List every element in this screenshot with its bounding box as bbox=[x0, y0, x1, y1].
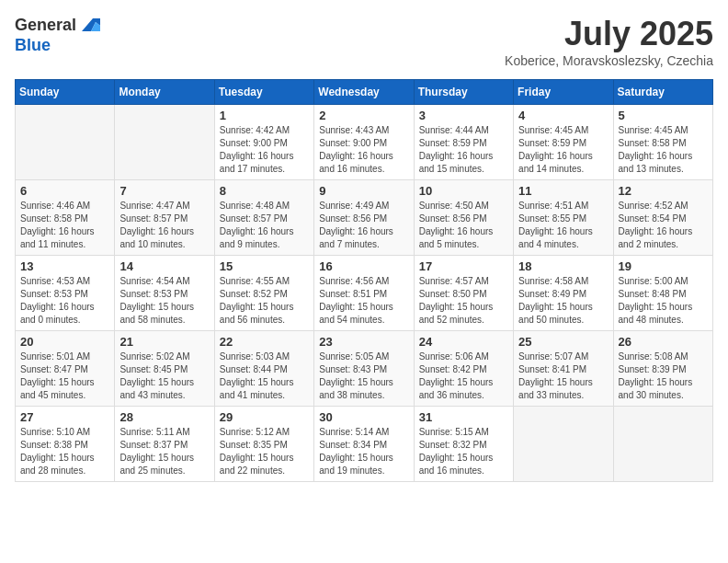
day-info: Sunrise: 4:56 AM Sunset: 8:51 PM Dayligh… bbox=[319, 275, 408, 327]
calendar-cell: 10Sunrise: 4:50 AM Sunset: 8:56 PM Dayli… bbox=[414, 180, 513, 256]
day-number: 9 bbox=[319, 184, 408, 198]
weekday-header-monday: Monday bbox=[115, 80, 214, 105]
day-info: Sunrise: 4:54 AM Sunset: 8:53 PM Dayligh… bbox=[119, 275, 209, 327]
day-info: Sunrise: 4:45 AM Sunset: 8:58 PM Dayligh… bbox=[619, 124, 708, 176]
calendar-cell: 16Sunrise: 4:56 AM Sunset: 8:51 PM Dayli… bbox=[314, 256, 414, 331]
calendar-cell bbox=[514, 407, 613, 482]
calendar-cell bbox=[613, 407, 712, 482]
day-number: 2 bbox=[319, 109, 408, 122]
calendar-cell bbox=[115, 105, 214, 180]
day-number: 8 bbox=[220, 184, 309, 198]
day-number: 16 bbox=[319, 259, 408, 273]
week-row-5: 27Sunrise: 5:10 AM Sunset: 8:38 PM Dayli… bbox=[16, 407, 713, 482]
day-number: 28 bbox=[119, 410, 209, 424]
day-info: Sunrise: 4:48 AM Sunset: 8:57 PM Dayligh… bbox=[220, 200, 309, 251]
calendar-cell: 29Sunrise: 5:12 AM Sunset: 8:35 PM Dayli… bbox=[214, 407, 313, 482]
day-number: 10 bbox=[419, 184, 508, 198]
day-info: Sunrise: 4:51 AM Sunset: 8:55 PM Dayligh… bbox=[518, 200, 608, 251]
day-number: 5 bbox=[619, 109, 708, 122]
logo-general-text: General bbox=[15, 17, 76, 35]
logo: General Blue bbox=[15, 15, 100, 55]
day-info: Sunrise: 4:47 AM Sunset: 8:57 PM Dayligh… bbox=[119, 200, 209, 251]
day-info: Sunrise: 5:14 AM Sunset: 8:34 PM Dayligh… bbox=[319, 426, 408, 477]
day-info: Sunrise: 5:03 AM Sunset: 8:44 PM Dayligh… bbox=[220, 350, 309, 402]
day-info: Sunrise: 5:06 AM Sunset: 8:42 PM Dayligh… bbox=[419, 350, 508, 402]
calendar-cell: 24Sunrise: 5:06 AM Sunset: 8:42 PM Dayli… bbox=[414, 331, 513, 407]
calendar-cell: 17Sunrise: 4:57 AM Sunset: 8:50 PM Dayli… bbox=[414, 256, 513, 331]
week-row-1: 1Sunrise: 4:42 AM Sunset: 9:00 PM Daylig… bbox=[16, 105, 713, 180]
day-number: 27 bbox=[20, 410, 109, 424]
day-info: Sunrise: 5:08 AM Sunset: 8:39 PM Dayligh… bbox=[619, 350, 708, 402]
day-number: 25 bbox=[518, 335, 608, 349]
month-year-title: July 2025 bbox=[505, 15, 713, 53]
weekday-header-wednesday: Wednesday bbox=[314, 80, 414, 105]
day-info: Sunrise: 5:05 AM Sunset: 8:43 PM Dayligh… bbox=[319, 350, 408, 402]
day-info: Sunrise: 4:58 AM Sunset: 8:49 PM Dayligh… bbox=[518, 275, 608, 327]
day-info: Sunrise: 4:44 AM Sunset: 8:59 PM Dayligh… bbox=[419, 124, 508, 176]
day-info: Sunrise: 4:55 AM Sunset: 8:52 PM Dayligh… bbox=[220, 275, 309, 327]
week-row-2: 6Sunrise: 4:46 AM Sunset: 8:58 PM Daylig… bbox=[16, 180, 713, 256]
calendar-cell: 12Sunrise: 4:52 AM Sunset: 8:54 PM Dayli… bbox=[613, 180, 712, 256]
day-number: 1 bbox=[220, 109, 309, 122]
day-number: 19 bbox=[619, 259, 708, 273]
logo-blue-text: Blue bbox=[15, 37, 100, 55]
day-info: Sunrise: 4:42 AM Sunset: 9:00 PM Dayligh… bbox=[220, 124, 309, 176]
day-info: Sunrise: 4:43 AM Sunset: 9:00 PM Dayligh… bbox=[319, 124, 408, 176]
calendar-cell: 15Sunrise: 4:55 AM Sunset: 8:52 PM Dayli… bbox=[214, 256, 313, 331]
location-subtitle: Koberice, Moravskoslezsky, Czechia bbox=[505, 53, 713, 68]
title-block: July 2025 Koberice, Moravskoslezsky, Cze… bbox=[505, 15, 713, 68]
day-number: 23 bbox=[319, 335, 408, 349]
day-number: 20 bbox=[20, 335, 109, 349]
weekday-header-row: SundayMondayTuesdayWednesdayThursdayFrid… bbox=[16, 80, 713, 105]
day-number: 29 bbox=[220, 410, 309, 424]
day-number: 12 bbox=[619, 184, 708, 198]
calendar-cell: 26Sunrise: 5:08 AM Sunset: 8:39 PM Dayli… bbox=[613, 331, 712, 407]
day-number: 30 bbox=[319, 410, 408, 424]
day-number: 15 bbox=[220, 259, 309, 273]
day-number: 26 bbox=[619, 335, 708, 349]
day-info: Sunrise: 4:53 AM Sunset: 8:53 PM Dayligh… bbox=[20, 275, 109, 327]
day-number: 7 bbox=[119, 184, 209, 198]
week-row-3: 13Sunrise: 4:53 AM Sunset: 8:53 PM Dayli… bbox=[16, 256, 713, 331]
day-number: 13 bbox=[20, 259, 109, 273]
calendar-cell: 20Sunrise: 5:01 AM Sunset: 8:47 PM Dayli… bbox=[16, 331, 115, 407]
day-info: Sunrise: 5:12 AM Sunset: 8:35 PM Dayligh… bbox=[220, 426, 309, 477]
calendar-cell: 21Sunrise: 5:02 AM Sunset: 8:45 PM Dayli… bbox=[115, 331, 214, 407]
calendar-cell: 18Sunrise: 4:58 AM Sunset: 8:49 PM Dayli… bbox=[514, 256, 613, 331]
day-number: 31 bbox=[419, 410, 508, 424]
calendar-cell: 23Sunrise: 5:05 AM Sunset: 8:43 PM Dayli… bbox=[314, 331, 414, 407]
calendar-cell: 3Sunrise: 4:44 AM Sunset: 8:59 PM Daylig… bbox=[414, 105, 513, 180]
day-info: Sunrise: 5:01 AM Sunset: 8:47 PM Dayligh… bbox=[20, 350, 109, 402]
day-info: Sunrise: 4:52 AM Sunset: 8:54 PM Dayligh… bbox=[619, 200, 708, 251]
weekday-header-thursday: Thursday bbox=[414, 80, 513, 105]
calendar-cell: 8Sunrise: 4:48 AM Sunset: 8:57 PM Daylig… bbox=[214, 180, 313, 256]
day-number: 4 bbox=[518, 109, 608, 122]
week-row-4: 20Sunrise: 5:01 AM Sunset: 8:47 PM Dayli… bbox=[16, 331, 713, 407]
page-header: General Blue July 2025 Koberice, Moravsk… bbox=[15, 15, 713, 68]
day-number: 14 bbox=[119, 259, 209, 273]
calendar-cell: 2Sunrise: 4:43 AM Sunset: 9:00 PM Daylig… bbox=[314, 105, 414, 180]
day-info: Sunrise: 4:45 AM Sunset: 8:59 PM Dayligh… bbox=[518, 124, 608, 176]
calendar-cell: 1Sunrise: 4:42 AM Sunset: 9:00 PM Daylig… bbox=[214, 105, 313, 180]
weekday-header-saturday: Saturday bbox=[613, 80, 712, 105]
calendar-cell: 7Sunrise: 4:47 AM Sunset: 8:57 PM Daylig… bbox=[115, 180, 214, 256]
calendar-table: SundayMondayTuesdayWednesdayThursdayFrid… bbox=[15, 79, 713, 482]
calendar-cell: 9Sunrise: 4:49 AM Sunset: 8:56 PM Daylig… bbox=[314, 180, 414, 256]
day-info: Sunrise: 4:46 AM Sunset: 8:58 PM Dayligh… bbox=[20, 200, 109, 251]
day-number: 22 bbox=[220, 335, 309, 349]
calendar-cell: 22Sunrise: 5:03 AM Sunset: 8:44 PM Dayli… bbox=[214, 331, 313, 407]
calendar-cell: 5Sunrise: 4:45 AM Sunset: 8:58 PM Daylig… bbox=[613, 105, 712, 180]
day-number: 18 bbox=[518, 259, 608, 273]
calendar-cell: 13Sunrise: 4:53 AM Sunset: 8:53 PM Dayli… bbox=[16, 256, 115, 331]
weekday-header-tuesday: Tuesday bbox=[214, 80, 313, 105]
day-info: Sunrise: 4:57 AM Sunset: 8:50 PM Dayligh… bbox=[419, 275, 508, 327]
calendar-cell: 6Sunrise: 4:46 AM Sunset: 8:58 PM Daylig… bbox=[16, 180, 115, 256]
calendar-cell: 19Sunrise: 5:00 AM Sunset: 8:48 PM Dayli… bbox=[613, 256, 712, 331]
day-info: Sunrise: 5:11 AM Sunset: 8:37 PM Dayligh… bbox=[119, 426, 209, 477]
calendar-cell: 27Sunrise: 5:10 AM Sunset: 8:38 PM Dayli… bbox=[16, 407, 115, 482]
day-number: 3 bbox=[419, 109, 508, 122]
day-number: 17 bbox=[419, 259, 508, 273]
day-info: Sunrise: 5:10 AM Sunset: 8:38 PM Dayligh… bbox=[20, 426, 109, 477]
day-number: 11 bbox=[518, 184, 608, 198]
calendar-cell bbox=[16, 105, 115, 180]
